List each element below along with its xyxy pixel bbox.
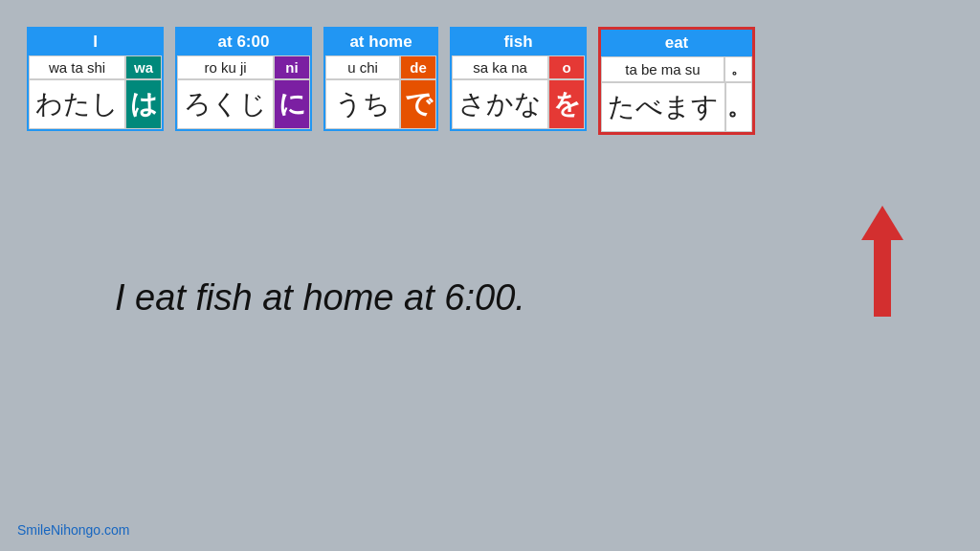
card-I-romaji-particle: wa [125, 55, 162, 79]
card-eat: eat ta be ma su 。 たべます 。 [598, 27, 755, 135]
card-fish: fish sa ka na o さかな を [450, 27, 587, 131]
card-athome-romaji-particle: de [400, 55, 436, 79]
arrow-head [861, 206, 903, 240]
watermark: SmileNihongo.com [17, 522, 130, 538]
card-eat-header: eat [601, 30, 752, 56]
card-eat-romaji-main: ta be ma su [601, 56, 724, 82]
card-I-kana-main: わたし [29, 79, 125, 129]
card-eat-romaji-particle: 。 [724, 56, 752, 82]
card-fish-header: fish [452, 29, 585, 55]
card-I-romaji-main: wa ta shi [29, 55, 125, 79]
card-eat-romaji-row: ta be ma su 。 [601, 56, 752, 82]
sentence: I eat fish at home at 6:00. [115, 277, 525, 319]
card-at600-kana-particle: に [274, 79, 310, 129]
card-athome-kana-particle: で [400, 79, 436, 129]
card-fish-romaji-main: sa ka na [452, 55, 548, 79]
card-fish-romaji-row: sa ka na o [452, 55, 585, 79]
card-I-header: I [29, 29, 162, 55]
card-eat-kana-row: たべます 。 [601, 82, 752, 132]
card-I: I wa ta shi wa わたし は [27, 27, 164, 131]
card-I-kana-row: わたし は [29, 79, 162, 129]
cards-row: I wa ta shi wa わたし は at 6:00 ro ku ji ni… [27, 27, 755, 135]
card-fish-kana-row: さかな を [452, 79, 585, 129]
card-athome-kana-main: うち [325, 79, 400, 129]
card-athome-kana-row: うち で [325, 79, 436, 129]
card-fish-romaji-particle: o [548, 55, 585, 79]
arrow-shaft [874, 240, 891, 317]
card-at600-header: at 6:00 [177, 29, 310, 55]
arrow [861, 206, 903, 317]
card-at600-romaji-main: ro ku ji [177, 55, 274, 79]
card-fish-kana-main: さかな [452, 79, 548, 129]
card-eat-kana-main: たべます [601, 82, 725, 132]
card-eat-kana-particle: 。 [725, 82, 752, 132]
card-athome-romaji-row: u chi de [325, 55, 436, 79]
card-at600: at 6:00 ro ku ji ni ろくじ に [175, 27, 312, 131]
card-I-kana-particle: は [125, 79, 162, 129]
card-at600-kana-row: ろくじ に [177, 79, 310, 129]
card-I-romaji-row: wa ta shi wa [29, 55, 162, 79]
card-at600-kana-main: ろくじ [177, 79, 274, 129]
card-athome-romaji-main: u chi [325, 55, 400, 79]
card-athome: at home u chi de うち で [323, 27, 438, 131]
card-at600-romaji-particle: ni [274, 55, 310, 79]
card-fish-kana-particle: を [548, 79, 585, 129]
card-athome-header: at home [325, 29, 436, 55]
card-at600-romaji-row: ro ku ji ni [177, 55, 310, 79]
